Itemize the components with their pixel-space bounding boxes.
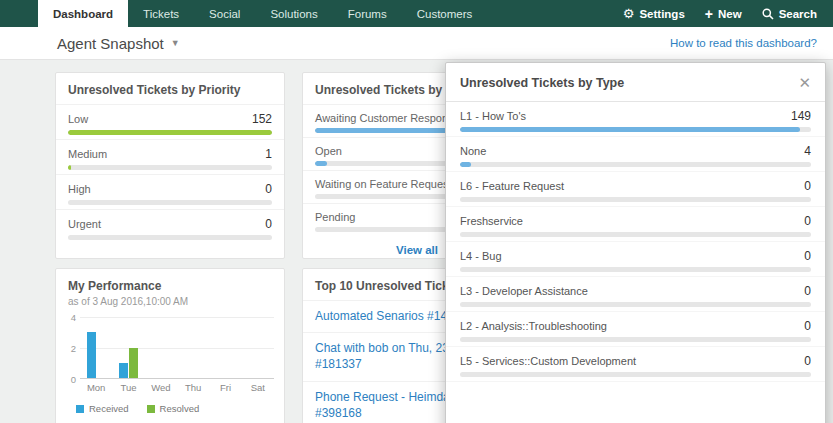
row-label: Pending <box>315 211 355 223</box>
row-value: 0 <box>265 182 272 196</box>
gear-icon: ⚙ <box>623 7 635 20</box>
type-row-none: None 4 <box>446 137 825 172</box>
priority-row-medium: Medium 1 <box>56 139 284 174</box>
row-value: 0 <box>804 179 811 193</box>
legend-received: Received <box>76 403 129 414</box>
nav-tabs: Dashboard Tickets Social Solutions Forum… <box>38 0 487 27</box>
x-tick: Fri <box>209 382 241 393</box>
unresolved-by-type-modal: Unresolved Tickets by Type ✕ L1 - How To… <box>445 62 826 423</box>
top-nav: Dashboard Tickets Social Solutions Forum… <box>0 0 833 27</box>
row-value: 0 <box>804 354 811 368</box>
new-button[interactable]: + New <box>705 7 742 21</box>
search-button[interactable]: Search <box>762 8 817 20</box>
bar-track <box>68 130 272 135</box>
legend-label: Resolved <box>160 403 200 414</box>
x-tick: Thu <box>177 382 209 393</box>
bar-group-fri <box>209 317 241 378</box>
tab-customers[interactable]: Customers <box>402 0 488 27</box>
tab-forums[interactable]: Forums <box>333 0 402 27</box>
bar-track <box>68 200 272 205</box>
x-tick: Tue <box>112 382 144 393</box>
priority-row-high: High 0 <box>56 174 284 209</box>
row-label: L5 - Services::Custom Development <box>460 355 636 367</box>
help-link[interactable]: How to read this dashboard? <box>670 37 817 49</box>
x-tick: Wed <box>145 382 177 393</box>
type-row-l4: L4 - Bug 0 <box>446 242 825 277</box>
row-label: Open <box>315 145 342 157</box>
row-value: 0 <box>265 217 272 231</box>
bar-track <box>460 232 811 237</box>
row-value: 0 <box>804 249 811 263</box>
priority-row-low: Low 152 <box>56 104 284 139</box>
row-value: 149 <box>791 109 811 123</box>
row-label: L4 - Bug <box>460 250 502 262</box>
progress-bar <box>460 127 800 132</box>
row-label: Waiting on Feature Request <box>315 178 452 190</box>
chevron-down-icon: ▼ <box>171 38 180 48</box>
y-tick: 2 <box>71 343 76 354</box>
progress-bar <box>460 162 471 167</box>
y-tick: 4 <box>71 312 76 323</box>
modal-title: Unresolved Tickets by Type <box>460 76 624 90</box>
progress-bar <box>68 130 272 135</box>
legend-swatch-resolved <box>147 405 155 413</box>
row-value: 1 <box>265 147 272 161</box>
performance-chart: 4 2 0 <box>56 315 284 379</box>
legend-resolved: Resolved <box>147 403 200 414</box>
plot-area <box>80 317 274 379</box>
legend-label: Received <box>89 403 129 414</box>
progress-bar <box>315 161 327 166</box>
type-row-l1: L1 - How To's 149 <box>446 102 825 137</box>
widget-title: Unresolved Tickets by Priority <box>56 73 284 104</box>
progress-bar <box>68 165 71 170</box>
bar-received <box>87 332 96 378</box>
search-label: Search <box>779 8 817 20</box>
row-value: 0 <box>804 319 811 333</box>
row-label: High <box>68 183 91 195</box>
bar-group-mon <box>80 317 112 378</box>
row-label: Urgent <box>68 218 101 230</box>
widget-unresolved-by-priority: Unresolved Tickets by Priority Low 152 M… <box>55 72 285 259</box>
type-row-freshservice: Freshservice 0 <box>446 207 825 242</box>
widget-my-performance: My Performance as of 3 Aug 2016,10:00 AM… <box>55 268 285 423</box>
bar-group-sat <box>242 317 274 378</box>
close-icon[interactable]: ✕ <box>798 75 811 90</box>
bar-track <box>460 127 811 132</box>
bar-group-wed <box>145 317 177 378</box>
type-row-l5: L5 - Services::Custom Development 0 <box>446 347 825 382</box>
page-title: Agent Snapshot <box>57 35 164 52</box>
row-label: Freshservice <box>460 215 523 227</box>
bar-group-tue <box>112 317 144 378</box>
widget-subtitle: as of 3 Aug 2016,10:00 AM <box>56 296 284 315</box>
row-label: L3 - Developer Assistance <box>460 285 588 297</box>
tab-social[interactable]: Social <box>194 0 255 27</box>
bar-track <box>68 165 272 170</box>
search-icon <box>762 8 774 20</box>
row-label: Low <box>68 113 88 125</box>
plus-icon: + <box>705 7 713 21</box>
bar-track <box>460 267 811 272</box>
bar-group-thu <box>177 317 209 378</box>
bar-received <box>119 363 128 378</box>
bar-track <box>68 235 272 240</box>
settings-button[interactable]: ⚙ Settings <box>623 7 685 20</box>
row-value: 4 <box>804 144 811 158</box>
bar-track <box>460 197 811 202</box>
tab-solutions[interactable]: Solutions <box>255 0 332 27</box>
row-label: L1 - How To's <box>460 110 526 122</box>
row-value: 0 <box>804 214 811 228</box>
row-label: None <box>460 145 486 157</box>
subheader: Agent Snapshot ▼ How to read this dashbo… <box>0 27 833 60</box>
tab-tickets[interactable]: Tickets <box>128 0 194 27</box>
row-value: 0 <box>804 284 811 298</box>
dashboard-selector[interactable]: Agent Snapshot ▼ <box>57 35 180 52</box>
row-label: L2 - Analysis::Troubleshooting <box>460 320 607 332</box>
tab-dashboard[interactable]: Dashboard <box>38 0 128 27</box>
x-axis-labels: Mon Tue Wed Thu Fri Sat <box>56 379 284 393</box>
row-label: L6 - Feature Request <box>460 180 564 192</box>
row-value: 152 <box>252 112 272 126</box>
type-row-l2: L2 - Analysis::Troubleshooting 0 <box>446 312 825 347</box>
type-row-l6: L6 - Feature Request 0 <box>446 172 825 207</box>
x-tick: Mon <box>80 382 112 393</box>
bar-track <box>460 302 811 307</box>
